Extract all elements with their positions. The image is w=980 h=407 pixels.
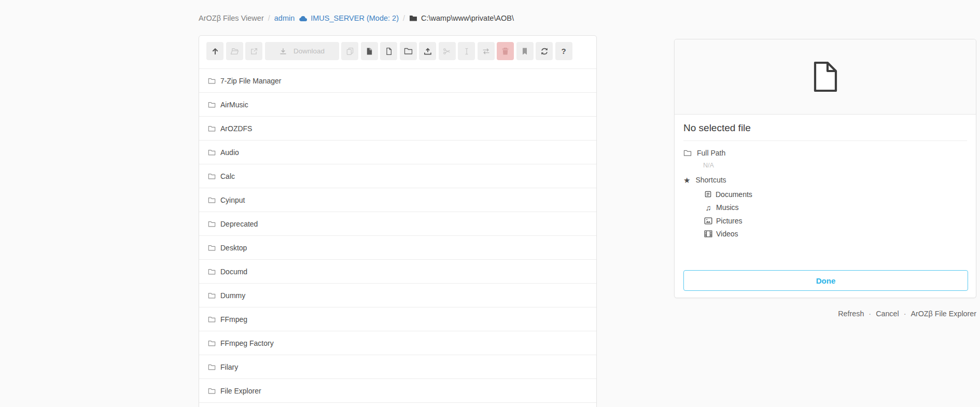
folder-open-icon [230, 47, 239, 55]
footer-separator: · [904, 310, 906, 318]
file-list: 7-Zip File Manager AirMusic ArOZDFS Audi… [199, 69, 596, 403]
shortcut-label: Videos [716, 230, 738, 238]
copy-button[interactable] [341, 42, 358, 60]
list-item-label: 7-Zip File Manager [220, 77, 282, 85]
music-note-icon: ♫ [704, 204, 712, 212]
folder-icon [208, 149, 216, 156]
user-link[interactable]: admin [274, 14, 295, 22]
bookmark-icon [521, 47, 528, 55]
list-item[interactable]: Desktop [199, 236, 596, 260]
shortcut-list: Documents ♫ Musics Pictures Videos [704, 188, 967, 241]
refresh-button[interactable] [536, 42, 553, 60]
footer-separator: · [869, 310, 871, 318]
divider [683, 141, 967, 141]
list-item[interactable]: FFmpeg Factory [199, 331, 596, 355]
shortcut-label: Musics [716, 203, 739, 212]
breadcrumb: ArOZβ Files Viewer / admin IMUS_SERVER (… [199, 14, 514, 22]
i-cursor-icon [463, 47, 471, 55]
file-details-body: No selected file Full Path N/A ★ Shortcu… [675, 115, 976, 241]
list-item-label: Documd [220, 268, 247, 276]
arrow-up-icon [211, 47, 219, 55]
list-item-label: Cyinput [220, 196, 245, 204]
list-item[interactable]: Dummy [199, 284, 596, 307]
help-button[interactable]: ? [555, 42, 572, 60]
folder-icon [208, 197, 216, 204]
list-item[interactable]: Deprecated [199, 212, 596, 236]
folder-icon [208, 101, 216, 108]
list-item[interactable]: Documd [199, 260, 596, 284]
open-external-button[interactable] [245, 42, 262, 60]
list-item-label: File Explorer [220, 387, 261, 395]
folder-icon [683, 149, 692, 157]
new-folder-button[interactable] [400, 42, 417, 60]
list-item-label: ArOZDFS [220, 124, 252, 133]
full-path-value: N/A [703, 162, 967, 169]
new-file-button[interactable] [380, 42, 397, 60]
shortcut-musics[interactable]: ♫ Musics [704, 201, 967, 215]
current-path: C:\wamp\www\private\AOB\ [409, 14, 514, 22]
folder-icon [208, 244, 216, 251]
scissors-icon [443, 47, 451, 55]
list-item-label: FFmpeg Factory [220, 339, 274, 347]
cloud-icon [299, 15, 307, 22]
list-item[interactable]: AirMusic [199, 93, 596, 117]
folder-icon [208, 77, 216, 85]
list-item-label: FFmpeg [220, 315, 247, 324]
shortcut-videos[interactable]: Videos [704, 228, 967, 241]
list-item[interactable]: 7-Zip File Manager [199, 69, 596, 93]
shortcut-documents[interactable]: Documents [704, 188, 967, 201]
cancel-link[interactable]: Cancel [876, 310, 899, 318]
list-item-label: Dummy [220, 291, 245, 300]
folder-icon [208, 220, 216, 228]
folder-icon [208, 363, 216, 371]
folder-icon [208, 316, 216, 323]
breadcrumb-separator: / [268, 14, 270, 22]
footer-links: Refresh · Cancel · ArOZβ File Explorer [838, 310, 976, 318]
cut-button[interactable] [439, 42, 456, 60]
folder-icon [404, 47, 413, 55]
full-path-row: Full Path [683, 149, 967, 157]
rename-button[interactable] [458, 42, 475, 60]
refresh-icon [540, 47, 549, 55]
file-icon [385, 47, 393, 55]
list-item-label: Filary [220, 363, 238, 371]
copy-icon [346, 47, 354, 55]
toolbar: Download [199, 36, 596, 69]
list-item-label: Calc [220, 172, 235, 180]
external-link-icon [250, 47, 258, 55]
breadcrumb-separator: / [403, 14, 405, 22]
list-item[interactable]: FFmpeg [199, 307, 596, 331]
shortcuts-row: ★ Shortcuts [683, 176, 967, 184]
list-item[interactable]: Calc [199, 164, 596, 188]
file-explorer-link[interactable]: ArOZβ File Explorer [911, 310, 976, 318]
list-item[interactable]: Audio [199, 141, 596, 164]
paste-button[interactable] [361, 42, 378, 60]
file-preview-icon [813, 62, 838, 92]
list-item-label: Audio [220, 148, 239, 157]
picture-icon [704, 217, 712, 224]
list-item-label: AirMusic [220, 101, 248, 109]
folder-icon [208, 340, 216, 347]
bookmark-button[interactable] [516, 42, 534, 60]
selection-title: No selected file [683, 122, 967, 134]
shortcut-label: Pictures [716, 217, 743, 225]
go-up-button[interactable] [206, 42, 223, 60]
list-item-label: Deprecated [220, 220, 258, 228]
folder-icon [409, 15, 417, 22]
list-item[interactable]: Filary [199, 355, 596, 379]
download-button[interactable]: Download [265, 42, 339, 60]
upload-button[interactable] [419, 42, 436, 60]
open-folder-button[interactable] [226, 42, 243, 60]
refresh-link[interactable]: Refresh [838, 310, 864, 318]
question-mark-icon: ? [561, 47, 566, 55]
move-button[interactable] [478, 42, 495, 60]
folder-icon [208, 292, 216, 299]
server-link[interactable]: IMUS_SERVER (Mode: 2) [299, 14, 399, 22]
shortcut-pictures[interactable]: Pictures [704, 214, 967, 228]
delete-button[interactable] [497, 42, 514, 60]
list-item[interactable]: Cyinput [199, 188, 596, 212]
file-preview-area [675, 39, 976, 115]
done-button[interactable]: Done [683, 270, 968, 291]
list-item[interactable]: File Explorer [199, 379, 596, 403]
list-item[interactable]: ArOZDFS [199, 117, 596, 141]
